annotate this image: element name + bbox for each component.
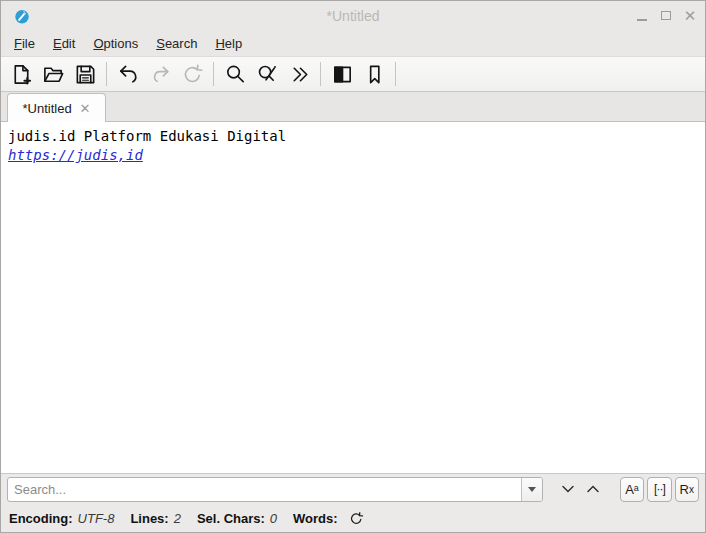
chevron-down-icon: [560, 481, 576, 497]
tab-close-icon[interactable]: ✕: [80, 102, 91, 115]
match-case-label: A: [625, 482, 634, 497]
side-pane-button[interactable]: [327, 59, 357, 89]
word-count-refresh-button[interactable]: [349, 511, 364, 526]
bookmark-button[interactable]: [359, 59, 389, 89]
save-icon: [74, 63, 97, 86]
toolbar: [1, 56, 705, 92]
minimize-button[interactable]: [635, 9, 649, 23]
encoding-value: UTF-8: [78, 511, 115, 526]
find-replace-button[interactable]: [252, 59, 282, 89]
find-previous-button[interactable]: [581, 476, 606, 502]
open-file-button[interactable]: [38, 59, 68, 89]
menu-file-label: File: [14, 36, 35, 51]
search-combobox: [7, 477, 543, 502]
new-document-button[interactable]: [6, 59, 36, 89]
text-editor-area[interactable]: judis.id Platform Edukasi Digitalhttps:/…: [1, 122, 705, 473]
menubar: File Edit Options Search Help: [1, 30, 705, 56]
words-label: Words:: [293, 511, 338, 526]
jump-to-icon: [288, 63, 311, 86]
editor-link[interactable]: https://judis,id: [8, 147, 143, 163]
lines-value: 2: [174, 511, 181, 526]
editor-line: judis.id Platform Edukasi Digital: [8, 127, 698, 146]
side-pane-icon: [331, 63, 354, 86]
menu-search[interactable]: Search: [147, 33, 206, 54]
close-icon: ✕: [684, 9, 697, 23]
toolbar-separator: [106, 62, 107, 86]
menu-options-label: Options: [93, 36, 138, 51]
minimize-icon: [637, 19, 647, 21]
maximize-icon: [661, 11, 671, 20]
encoding-label: Encoding:: [9, 511, 73, 526]
new-document-icon: [10, 63, 33, 86]
open-file-icon: [42, 63, 65, 86]
refresh-icon: [349, 511, 364, 526]
bookmark-icon: [363, 63, 386, 86]
menu-help-label: Help: [215, 36, 242, 51]
search-button[interactable]: [220, 59, 250, 89]
search-history-dropdown[interactable]: [521, 478, 542, 501]
toolbar-separator: [320, 62, 321, 86]
undo-button[interactable]: [113, 59, 143, 89]
redo-icon: [149, 63, 172, 86]
featherpad-app-icon: [13, 7, 31, 25]
chevron-up-icon: [585, 481, 601, 497]
featherpad-window: *Untitled ✕ File Edit Options Search Hel…: [0, 0, 706, 533]
undo-icon: [117, 63, 140, 86]
save-button[interactable]: [70, 59, 100, 89]
jump-to-button[interactable]: [284, 59, 314, 89]
maximize-button[interactable]: [659, 9, 673, 23]
dropdown-arrow-icon: [528, 487, 536, 492]
find-next-button[interactable]: [555, 476, 580, 502]
search-icon: [224, 63, 247, 86]
menu-edit-label: Edit: [53, 36, 75, 51]
match-case-button[interactable]: Aa: [620, 477, 644, 502]
window-title: *Untitled: [1, 8, 705, 24]
lines-label: Lines:: [130, 511, 168, 526]
regex-button[interactable]: Rx: [675, 477, 699, 502]
tab-untitled[interactable]: *Untitled ✕: [7, 93, 106, 122]
sel-chars-label: Sel. Chars:: [197, 511, 265, 526]
tabbar: *Untitled ✕: [1, 92, 705, 122]
redo-button[interactable]: [145, 59, 175, 89]
whole-word-label: [··]: [654, 482, 665, 496]
menu-edit[interactable]: Edit: [44, 33, 84, 54]
menu-search-label: Search: [156, 36, 197, 51]
regex-label: R: [680, 482, 689, 497]
search-bar: Aa [··] Rx: [1, 473, 705, 504]
tab-label: *Untitled: [22, 101, 71, 116]
titlebar[interactable]: *Untitled ✕: [1, 1, 705, 30]
reload-icon: [181, 63, 204, 86]
reload-button[interactable]: [177, 59, 207, 89]
menu-options[interactable]: Options: [84, 33, 147, 54]
close-button[interactable]: ✕: [683, 9, 697, 23]
menu-file[interactable]: File: [5, 33, 44, 54]
find-replace-icon: [256, 63, 279, 86]
menu-help[interactable]: Help: [206, 33, 251, 54]
whole-word-button[interactable]: [··]: [647, 477, 671, 502]
statusbar: Encoding: UTF-8 Lines: 2 Sel. Chars: 0 W…: [1, 504, 705, 532]
toolbar-separator: [213, 62, 214, 86]
toolbar-separator: [395, 62, 396, 86]
sel-chars-value: 0: [270, 511, 277, 526]
search-input[interactable]: [8, 478, 521, 501]
